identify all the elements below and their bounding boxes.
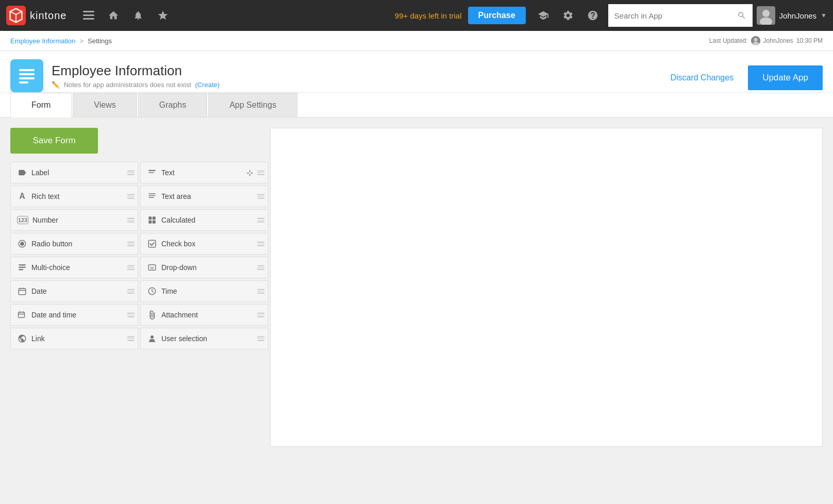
- purchase-button[interactable]: Purchase: [468, 7, 526, 24]
- learning-icon[interactable]: [532, 4, 555, 27]
- left-panel: Save Form Label Text ⊹ A: [10, 128, 268, 447]
- notes-create-link[interactable]: (Create): [195, 81, 220, 89]
- last-updated-user: JohnJones: [763, 37, 793, 44]
- svg-rect-33: [148, 265, 156, 271]
- field-multi-choice-text: Multi-choice: [31, 263, 70, 272]
- search-input[interactable]: [614, 11, 733, 20]
- field-item-link[interactable]: Link: [10, 328, 138, 349]
- field-item-rich-text[interactable]: A Rich text: [10, 186, 138, 207]
- svg-rect-17: [19, 81, 28, 83]
- user-area[interactable]: JohnJones ▼: [757, 6, 827, 25]
- field-item-radio-button[interactable]: Radio button: [10, 233, 138, 255]
- field-label-text: Label: [31, 169, 49, 177]
- time-icon: [147, 286, 157, 296]
- attachment-icon: [147, 310, 157, 320]
- app-icon: [10, 59, 43, 92]
- trial-text: 99+ days left in trial: [395, 11, 462, 20]
- main-content: Save Form Label Text ⊹ A: [0, 117, 833, 457]
- svg-rect-7: [83, 18, 94, 20]
- user-selection-icon: [147, 333, 157, 344]
- breadcrumb: Employee Information > Settings: [10, 37, 112, 45]
- svg-rect-25: [148, 221, 152, 224]
- logo[interactable]: kintone: [6, 6, 67, 25]
- svg-rect-23: [148, 216, 152, 220]
- breadcrumb-app-link[interactable]: Employee Information: [10, 37, 75, 45]
- field-attachment-text: Attachment: [161, 311, 198, 319]
- last-updated-avatar: [751, 36, 760, 45]
- drag-handle-drop-down: [257, 265, 264, 270]
- svg-rect-34: [19, 289, 26, 295]
- form-canvas[interactable]: [270, 128, 823, 447]
- field-item-drop-down[interactable]: Drop-down: [140, 257, 268, 278]
- field-number-text: Number: [32, 216, 58, 224]
- menu-icon[interactable]: [77, 4, 100, 27]
- field-item-calculated[interactable]: Calculated: [140, 209, 268, 231]
- gear-icon[interactable]: [557, 4, 579, 27]
- svg-rect-22: [148, 197, 154, 198]
- field-item-multi-choice[interactable]: Multi-choice: [10, 257, 138, 278]
- drag-handle-user-selection: [257, 337, 264, 341]
- home-icon[interactable]: [102, 4, 125, 27]
- field-item-date[interactable]: Date: [10, 280, 138, 302]
- drag-handle-date: [127, 289, 135, 294]
- app-title-area: Employee Information ✏️ Notes for app ad…: [52, 63, 220, 89]
- field-date-and-time-text: Date and time: [31, 311, 76, 319]
- number-icon: 123: [17, 216, 28, 224]
- field-item-attachment[interactable]: Attachment: [140, 304, 268, 326]
- tab-graphs[interactable]: Graphs: [138, 93, 207, 117]
- svg-rect-39: [19, 312, 25, 318]
- breadcrumb-current: Settings: [88, 37, 112, 45]
- link-icon: [17, 333, 27, 344]
- field-date-text: Date: [31, 287, 47, 295]
- field-item-label[interactable]: Label: [10, 162, 138, 183]
- search-bar[interactable]: [608, 4, 753, 27]
- field-rich-text-text: Rich text: [31, 192, 59, 200]
- field-list: Label Text ⊹ A Rich text: [10, 162, 268, 349]
- field-item-text[interactable]: Text ⊹: [140, 162, 268, 183]
- field-item-check-box[interactable]: Check box: [140, 233, 268, 255]
- field-item-number[interactable]: 123 Number: [10, 209, 138, 231]
- tab-app-settings[interactable]: App Settings: [208, 93, 297, 117]
- svg-point-12: [754, 38, 757, 42]
- app-header-left: Employee Information ✏️ Notes for app ad…: [10, 59, 220, 92]
- svg-rect-16: [19, 77, 35, 79]
- field-time-text: Time: [161, 287, 177, 295]
- drop-down-icon: [147, 262, 157, 273]
- update-app-button[interactable]: Update App: [748, 65, 823, 90]
- tab-form[interactable]: Form: [10, 93, 72, 117]
- field-item-user-selection[interactable]: User selection: [140, 328, 268, 349]
- user-name: JohnJones: [779, 11, 817, 20]
- user-dropdown-icon: ▼: [821, 12, 827, 19]
- svg-rect-29: [148, 240, 156, 247]
- field-radio-button-text: Radio button: [31, 240, 72, 248]
- notes-text: Notes for app administrators does not ex…: [64, 81, 191, 89]
- field-check-box-text: Check box: [161, 240, 195, 248]
- drag-handle-radio-button: [127, 242, 135, 246]
- field-user-selection-text: User selection: [161, 334, 207, 343]
- tabs-container: Form Views Graphs App Settings: [0, 93, 833, 117]
- last-updated: Last Updated: JohnJones 10:30 PM: [709, 36, 823, 45]
- help-icon[interactable]: [581, 4, 604, 27]
- svg-rect-21: [148, 195, 156, 196]
- star-icon[interactable]: [152, 4, 174, 27]
- move-cursor-icon: ⊹: [246, 168, 253, 178]
- app-header: Employee Information ✏️ Notes for app ad…: [0, 51, 833, 93]
- svg-rect-26: [153, 221, 156, 224]
- multi-choice-icon: [17, 262, 27, 273]
- search-icon: [737, 11, 746, 20]
- radio-button-icon: [17, 239, 27, 249]
- field-item-date-and-time[interactable]: Date and time: [10, 304, 138, 326]
- field-item-text-area[interactable]: Text area: [140, 186, 268, 207]
- top-nav: kintone 99+ days left in trial Purchase: [0, 0, 833, 31]
- nav-right-icons: [532, 4, 604, 27]
- field-link-text: Link: [31, 334, 45, 343]
- field-item-time[interactable]: Time: [140, 280, 268, 302]
- svg-rect-30: [19, 264, 26, 265]
- bell-icon[interactable]: [127, 4, 149, 27]
- discard-changes-button[interactable]: Discard Changes: [662, 68, 742, 88]
- svg-point-9: [762, 10, 770, 17]
- tab-views[interactable]: Views: [73, 93, 137, 117]
- last-updated-label: Last Updated:: [709, 37, 748, 44]
- kintone-logo-icon: [6, 6, 26, 25]
- save-form-button[interactable]: Save Form: [10, 128, 98, 154]
